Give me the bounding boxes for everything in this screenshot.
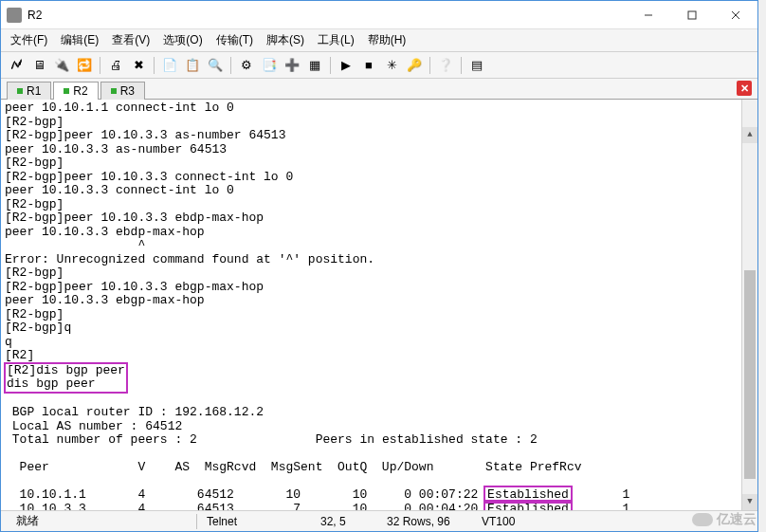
dis-bgp-peer-cmd: dis bgp peer (36, 363, 125, 377)
window-controls (627, 1, 757, 29)
toolbar: 🗲 🖥 🔌 🔁 🖨 ✖ 📄 📋 🔍 ⚙ 📑 ➕ ▦ ▶ ■ ✳ 🔑 ❔ ▤ (1, 52, 757, 79)
settings-icon[interactable]: ✳ (382, 56, 401, 75)
menu-view[interactable]: 查看(V) (112, 32, 150, 48)
tile-icon[interactable]: ▦ (305, 56, 324, 75)
watermark: 亿速云 (692, 511, 757, 528)
toolbar-separator (330, 57, 331, 74)
scroll-up-icon[interactable]: ▲ (742, 127, 757, 143)
window-title: R2 (27, 9, 627, 22)
close-button[interactable] (714, 1, 757, 29)
session-options-icon[interactable]: ⚙ (237, 56, 256, 75)
minimize-button[interactable] (627, 1, 670, 29)
toolbar-separator (154, 57, 155, 74)
tab-r1[interactable]: R1 (7, 82, 51, 100)
statusbar: 就绪 Telnet 32, 5 32 Rows, 96 VT100 (1, 510, 757, 531)
cloud-icon (692, 513, 713, 526)
status-led-icon (64, 88, 69, 94)
scroll-down-icon[interactable]: ▼ (742, 494, 757, 510)
status-cursor: 32, 5 (311, 515, 377, 528)
print-icon[interactable]: 🖨 (106, 56, 125, 75)
menu-edit[interactable]: 编辑(E) (61, 32, 99, 48)
find-icon[interactable]: 🔍 (206, 56, 225, 75)
bgp-row-2-pre: 10.10.3.3 4 64513 7 10 0 00:04:20 (5, 502, 485, 511)
maximize-button[interactable] (670, 1, 714, 29)
session-tabs: R1 R2 R3 ✕ (1, 79, 757, 100)
quick-connect-icon[interactable]: 🗲 (7, 56, 26, 75)
reconnect-icon[interactable]: 🔁 (75, 56, 94, 75)
toolbar-separator (429, 57, 430, 74)
titlebar: R2 (1, 1, 757, 29)
menu-tools[interactable]: 工具(L) (318, 32, 355, 48)
status-size: 32 Rows, 96 (377, 515, 472, 528)
menu-script[interactable]: 脚本(S) (266, 32, 304, 48)
toolbar-separator (100, 57, 100, 74)
bgp-row-1-pre: 10.10.1.1 4 64512 10 10 0 00:07:22 (5, 487, 485, 502)
terminal-output[interactable]: peer 10.10.1.1 connect-int lo 0 [R2-bgp]… (1, 100, 757, 510)
copy-icon[interactable]: 📄 (160, 56, 179, 75)
cancel-icon[interactable]: ✖ (129, 56, 148, 75)
minimize-icon (644, 10, 653, 20)
tab-r3[interactable]: R3 (100, 82, 145, 100)
menu-help[interactable]: 帮助(H) (368, 32, 407, 48)
menubar: 文件(F) 编辑(E) 查看(V) 选项(O) 传输(T) 脚本(S) 工具(L… (1, 29, 757, 52)
app-icon (7, 8, 22, 23)
script-run-icon[interactable]: ▶ (337, 56, 356, 75)
bgp-table-header: Peer V AS MsgRcvd MsgSent OutQ Up/Down S… (5, 460, 582, 474)
key-icon[interactable]: 🔑 (405, 56, 424, 75)
toggle-pane-icon[interactable]: ▤ (467, 56, 486, 75)
menu-file[interactable]: 文件(F) (10, 32, 47, 48)
bgp-row-1-post: 1 (571, 487, 629, 502)
status-led-icon (17, 88, 23, 94)
script-stop-icon[interactable]: ■ (359, 56, 378, 75)
new-tab-icon[interactable]: ➕ (283, 56, 301, 75)
help-icon[interactable]: ❔ (436, 56, 455, 75)
svg-rect-1 (688, 11, 696, 19)
status-term: VT100 (472, 515, 524, 528)
status-led-icon (111, 88, 117, 94)
paste-icon[interactable]: 📋 (183, 56, 202, 75)
log-icon[interactable]: 📑 (260, 56, 279, 75)
tab-r2[interactable]: R2 (53, 82, 98, 100)
terminal-text-pre: peer 10.10.1.1 connect-int lo 0 [R2-bgp]… (5, 101, 374, 362)
maximize-icon (687, 10, 697, 20)
status-protocol: Telnet (197, 515, 311, 528)
status-ready: 就绪 (7, 513, 196, 529)
menu-options[interactable]: 选项(O) (163, 32, 202, 48)
menu-transfer[interactable]: 传输(T) (216, 32, 253, 48)
bgp-summary: BGP local router ID : 192.168.12.2 Local… (5, 405, 538, 447)
bgp-row-2-post: 1 (571, 502, 629, 511)
cmd-prompt: [R2] (7, 363, 36, 377)
bgp-row-2-state: Established (487, 502, 569, 511)
disconnect-icon[interactable]: 🔌 (52, 56, 71, 75)
toolbar-separator (230, 57, 231, 74)
tab-close-button[interactable]: ✕ (737, 81, 752, 96)
vertical-scrollbar[interactable]: ▲ ▼ (741, 100, 757, 510)
connect-icon[interactable]: 🖥 (29, 56, 48, 75)
toolbar-separator (461, 57, 462, 74)
scrollbar-thumb[interactable] (744, 270, 756, 479)
close-icon (731, 10, 740, 20)
cmd-echo: dis bgp peer (7, 376, 96, 391)
